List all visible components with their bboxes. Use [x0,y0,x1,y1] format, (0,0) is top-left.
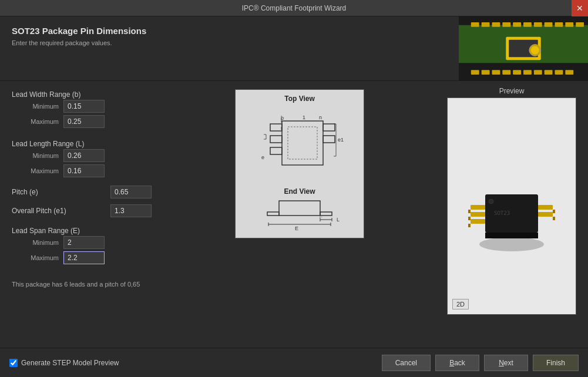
svg-text:SOT23: SOT23 [494,210,510,216]
lead-width-range-group: Lead Width Range (b) Minimum Maximum [12,87,223,130]
svg-rect-7 [523,22,532,27]
generate-step-checkbox-label[interactable]: Generate STEP Model Preview [9,359,119,367]
svg-rect-47 [279,201,320,216]
lead-length-label: Lead Length Range (L) [12,140,223,148]
lead-span-range-group: Lead Span Range (E) Minimum Maximum [12,223,223,267]
lead-width-min-label: Minimum [12,103,59,110]
preview-section: Preview [376,87,576,342]
preview-label: Preview [447,87,576,95]
svg-rect-32 [323,136,335,143]
svg-rect-30 [270,147,282,154]
top-view-diagram: b 1 n e1 e [244,106,355,183]
lead-length-min-label: Minimum [12,152,59,159]
form-section: Lead Width Range (b) Minimum Maximum Lea… [12,87,223,342]
svg-rect-14 [482,70,490,75]
overall-pitch-row: Overall Pitch (e1) [12,204,223,217]
lead-width-max-label: Maximum [12,118,59,125]
svg-rect-5 [502,22,510,27]
pcb-strip-svg [459,16,588,80]
svg-rect-4 [492,22,500,27]
lead-length-max-label: Maximum [12,167,59,174]
svg-rect-27 [282,121,323,165]
page-subtitle: Enter the required package values. [12,39,447,46]
preview-2d-badge: 2D [452,299,469,309]
pitch-row: Pitch (e) [12,186,223,198]
svg-text:1: 1 [303,115,305,120]
svg-rect-6 [513,22,521,27]
svg-rect-33 [288,127,317,159]
svg-text:e1: e1 [338,137,344,143]
lead-width-min-input[interactable] [63,100,105,113]
next-button[interactable]: Next [484,355,528,371]
generate-step-checkbox[interactable] [9,359,18,367]
svg-marker-66 [468,217,471,220]
top-view-label: Top View [284,95,315,103]
svg-text:←: ← [318,214,323,220]
pitch-label: Pitch (e) [12,188,106,196]
svg-marker-67 [468,224,471,227]
svg-rect-20 [545,70,553,75]
svg-marker-71 [553,217,555,220]
svg-rect-15 [492,70,500,75]
svg-rect-68 [538,205,553,210]
lead-span-min-input[interactable] [63,236,105,249]
svg-rect-16 [502,70,510,75]
lead-span-label: Lead Span Range (E) [12,227,223,235]
preview-3d-box: SOT23 2D [447,97,576,315]
generate-step-label: Generate STEP Model Preview [21,359,119,367]
lead-span-min-label: Minimum [12,239,59,246]
svg-marker-70 [553,210,555,213]
svg-text:e: e [261,154,264,160]
svg-rect-3 [482,22,490,27]
lead-length-min-input[interactable] [63,149,105,162]
title-bar: IPC® Compliant Footprint Wizard ✕ [0,0,588,16]
lead-width-min-row: Minimum [12,100,223,113]
bottom-buttons: Cancel Back Next Finish [382,355,579,371]
lead-span-max-label: Maximum [12,254,59,261]
svg-text:E: E [295,225,298,231]
page-title: SOT23 Package Pin Dimensions [12,26,447,36]
finish-button[interactable]: Finish [533,355,579,371]
svg-rect-29 [270,136,282,143]
svg-rect-12 [576,22,584,27]
lead-width-max-input[interactable] [63,115,105,128]
lead-span-max-row: Maximum [12,251,223,264]
top-right-preview [459,16,588,80]
close-button[interactable]: ✕ [572,0,588,16]
lead-length-max-input[interactable] [63,164,105,177]
svg-rect-63 [471,212,485,217]
lead-span-max-input[interactable] [63,251,105,264]
svg-marker-65 [468,210,471,213]
top-left: SOT23 Package Pin Dimensions Enter the r… [0,16,459,80]
svg-marker-61 [485,233,538,238]
svg-rect-31 [323,124,335,131]
overall-pitch-input[interactable] [110,204,152,217]
svg-rect-18 [523,70,532,75]
middle-section: Lead Width Range (b) Minimum Maximum Lea… [0,81,588,348]
lead-length-range-group: Lead Length Range (L) Minimum Maximum [12,136,223,180]
svg-rect-9 [545,22,553,27]
svg-rect-28 [270,124,282,131]
pitch-input[interactable] [110,186,152,198]
lead-length-max-row: Maximum [12,164,223,177]
bottom-bar: Generate STEP Model Preview Cancel Back … [0,348,588,377]
svg-point-73 [489,199,493,204]
top-strip: SOT23 Package Pin Dimensions Enter the r… [0,16,588,81]
close-icon: ✕ [576,4,583,13]
preview-strip [459,16,588,80]
main-content: Lead Width Range (b) Minimum Maximum Lea… [0,81,588,348]
diagram-section: Top View b 1 n e1 e [235,89,364,238]
svg-text:L: L [337,217,340,223]
window-title: IPC® Compliant Footprint Wizard [242,4,347,12]
svg-rect-2 [471,22,479,27]
lead-length-min-row: Minimum [12,149,223,162]
svg-rect-64 [471,219,485,224]
end-view-diagram: E L ← [244,198,355,233]
end-view-label: End View [284,187,315,196]
svg-rect-21 [555,70,563,75]
svg-rect-48 [267,212,279,216]
cancel-button[interactable]: Cancel [382,355,431,371]
svg-rect-17 [513,70,521,75]
svg-rect-11 [565,22,573,27]
back-button[interactable]: Back [435,355,479,371]
